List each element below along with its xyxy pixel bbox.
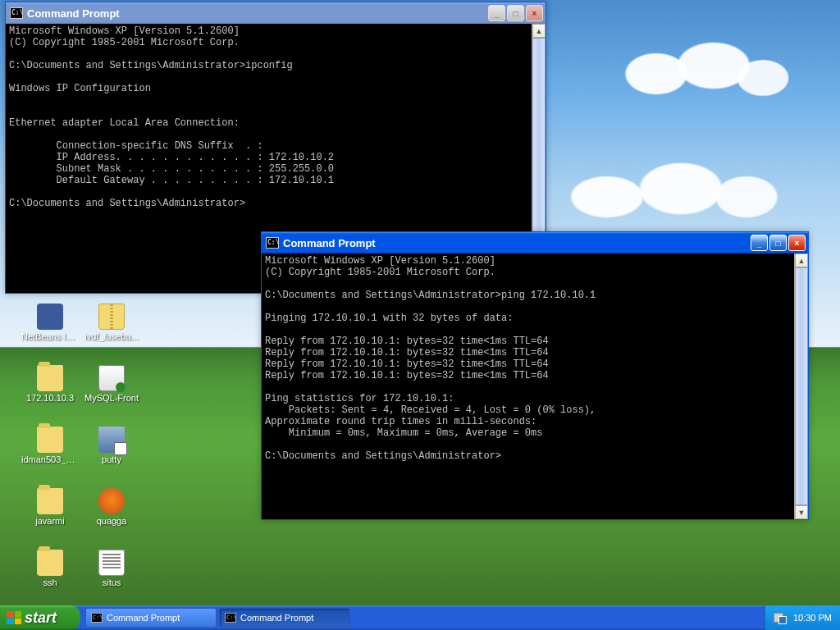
window-cmd-ping[interactable]: C:\ Command Prompt _ □ × Microsoft Windo…	[261, 231, 809, 520]
desktop-icon-javarmi[interactable]: javarmi	[21, 488, 79, 527]
taskbar-items: C:\ Command Prompt C:\ Command Prompt	[80, 605, 765, 630]
folder-icon	[37, 365, 63, 391]
desktop-icon-netbeans[interactable]: NetBeans IDE 3.6	[21, 304, 79, 342]
scrollbar[interactable]: ▲ ▼	[794, 253, 808, 519]
desktop-icon-mysqlfront[interactable]: MySQL-Front	[83, 365, 140, 404]
desktop-icon-idman[interactable]: idman503_B...	[21, 427, 79, 465]
netbeans-icon	[37, 304, 63, 330]
window-title: Command Prompt	[283, 237, 751, 249]
close-button[interactable]: ×	[788, 235, 806, 251]
mysql-icon	[98, 365, 125, 391]
task-label: Command Prompt	[107, 613, 180, 623]
icon-label: javarmi	[21, 516, 79, 527]
icon-label: MySQL-Front	[83, 393, 140, 404]
firefox-icon	[98, 488, 125, 514]
icon-label: idman503_B...	[21, 454, 79, 465]
folder-icon	[37, 488, 63, 514]
start-button[interactable]: start	[0, 605, 80, 630]
taskbar-item-cmd1[interactable]: C:\ Command Prompt	[85, 608, 217, 628]
titlebar[interactable]: C:\ Command Prompt _ □ ×	[262, 232, 808, 253]
icon-label: 172.10.10.3	[21, 393, 79, 404]
taskbar-item-cmd2[interactable]: C:\ Command Prompt	[219, 608, 350, 628]
windows-logo-icon	[7, 611, 21, 624]
clock: 10:30 PM	[793, 613, 832, 623]
icon-label: ivdf_fusebu...	[83, 331, 140, 342]
scroll-thumb[interactable]	[795, 267, 808, 505]
icon-label: ssh	[21, 578, 79, 588]
desktop-icon-ivdf[interactable]: ivdf_fusebu...	[83, 304, 140, 342]
titlebar[interactable]: C:\ Command Prompt _ □ ×	[6, 2, 546, 24]
console-output: Microsoft Windows XP [Version 5.1.2600] …	[262, 253, 808, 519]
folder-icon	[37, 427, 63, 453]
minimize-button[interactable]: _	[751, 235, 768, 251]
desktop-icon-quagga[interactable]: quagga	[83, 488, 140, 527]
scroll-up-button[interactable]: ▲	[532, 24, 546, 38]
maximize-button[interactable]: □	[769, 235, 787, 251]
folder-icon	[37, 550, 63, 576]
taskbar: start C:\ Command Prompt C:\ Command Pro…	[0, 605, 840, 630]
desktop-icon-ssh[interactable]: ssh	[21, 550, 79, 588]
cmd-icon: C:\	[10, 7, 23, 19]
desktop-icon-situs[interactable]: situs	[83, 550, 140, 588]
cmd-icon: C:\	[266, 237, 279, 249]
scroll-up-button[interactable]: ▲	[795, 253, 808, 267]
archive-icon	[98, 304, 125, 330]
cmd-icon: C:\	[91, 613, 103, 623]
start-label: start	[25, 609, 57, 627]
close-button[interactable]: ×	[526, 5, 543, 21]
icon-label: quagga	[83, 516, 140, 527]
maximize-button[interactable]: □	[507, 5, 524, 21]
cmd-icon: C:\	[225, 613, 236, 623]
desktop-icon-ipfolder[interactable]: 172.10.10.3	[21, 365, 79, 404]
desktop-icon-putty[interactable]: putty	[83, 427, 140, 465]
icon-label: putty	[83, 454, 140, 465]
scroll-track[interactable]	[795, 267, 808, 505]
minimize-button[interactable]: _	[488, 5, 505, 21]
scroll-down-button[interactable]: ▼	[795, 505, 808, 519]
system-tray[interactable]: 10:30 PM	[765, 605, 840, 630]
network-icon[interactable]	[774, 611, 787, 624]
icon-label: NetBeans IDE 3.6	[21, 331, 79, 342]
icon-label: situs	[83, 578, 140, 588]
file-icon	[98, 550, 125, 576]
window-title: Command Prompt	[27, 7, 488, 20]
task-label: Command Prompt	[240, 613, 313, 623]
putty-icon	[98, 427, 125, 453]
